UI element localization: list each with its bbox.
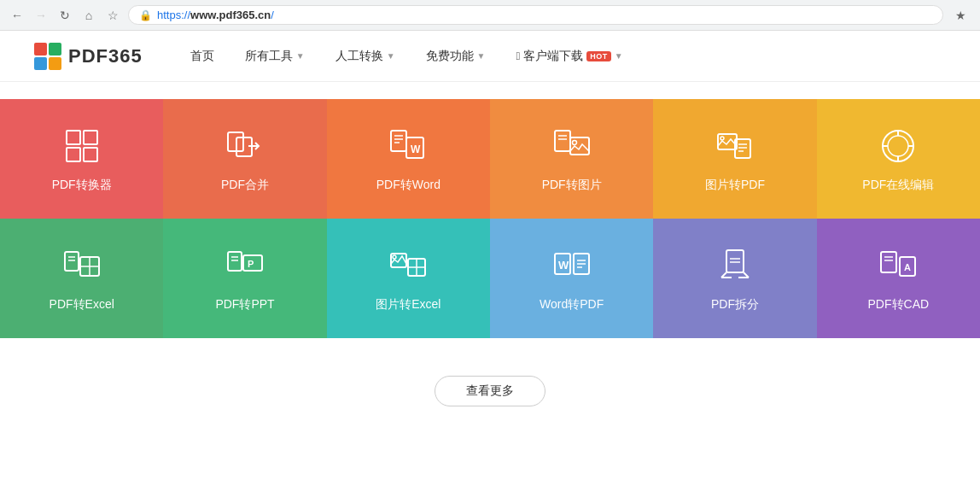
tool-pdf-to-image[interactable]: PDF转图片 (490, 99, 653, 219)
favorites-button[interactable]: ★ (950, 7, 971, 24)
logo[interactable]: PDF365 (34, 43, 143, 70)
svg-rect-59 (881, 252, 896, 272)
chevron-down-icon: ▼ (615, 51, 623, 61)
tool-pdf-to-image-label: PDF转图片 (542, 178, 602, 193)
svg-rect-30 (65, 252, 79, 271)
pdf-to-cad-icon: A (877, 244, 919, 287)
svg-point-19 (720, 137, 724, 140)
download-icon:  (516, 50, 520, 62)
svg-point-17 (572, 141, 576, 145)
image-to-pdf-icon (714, 125, 756, 167)
svg-rect-7 (391, 131, 406, 151)
tool-word-to-pdf[interactable]: W Word转PDF (490, 219, 653, 338)
svg-rect-36 (228, 252, 242, 271)
tool-pdf-to-word-label: PDF转Word (376, 178, 440, 193)
lock-icon: 🔒 (139, 9, 152, 21)
browser-chrome: ← → ↻ ⌂ ☆ 🔒 https://www.pdf365.cn/ ★ (0, 0, 980, 31)
tool-grid-section: PDF转换器 PDF合并 W (0, 82, 980, 355)
svg-point-42 (393, 255, 396, 259)
tool-grid: PDF转换器 PDF合并 W (0, 99, 980, 338)
nav-item-home[interactable]: 首页 (177, 42, 228, 71)
svg-rect-13 (555, 131, 570, 151)
chevron-down-icon: ▼ (477, 51, 486, 61)
address-bar[interactable]: 🔒 https://www.pdf365.cn/ (128, 5, 943, 25)
navbar: PDF365 首页 所有工具 ▼ 人工转换 ▼ 免费功能 ▼  客户端下载 H… (0, 31, 980, 82)
tool-pdf-to-excel[interactable]: PDF转Excel (0, 219, 163, 338)
nav-item-download[interactable]:  客户端下载 HOT ▼ (502, 42, 636, 71)
pdf-editor-icon (877, 125, 919, 167)
pdf-to-excel-icon (61, 244, 103, 287)
tool-pdf-to-word[interactable]: W PDF转Word (327, 99, 490, 219)
tool-pdf-split[interactable]: PDF拆分 (653, 219, 816, 338)
svg-rect-52 (726, 250, 744, 272)
reload-button[interactable]: ↻ (56, 7, 73, 24)
svg-text:A: A (904, 262, 911, 272)
svg-rect-0 (67, 131, 80, 144)
pdf-converter-icon (61, 125, 103, 167)
tool-image-to-excel[interactable]: 图片转Excel (327, 219, 490, 338)
home-button[interactable]: ⌂ (80, 7, 97, 24)
tool-pdf-to-excel-label: PDF转Excel (50, 297, 114, 313)
svg-point-25 (888, 136, 908, 156)
logo-icon (34, 43, 61, 70)
svg-rect-1 (84, 131, 97, 144)
svg-rect-16 (570, 137, 589, 155)
chevron-down-icon: ▼ (296, 51, 305, 61)
nav-item-ai-convert[interactable]: 人工转换 ▼ (322, 42, 409, 71)
view-more-section: 查看更多 (0, 355, 980, 434)
nav-item-all-tools[interactable]: 所有工具 ▼ (231, 42, 318, 71)
pdf-to-ppt-icon: P (224, 244, 266, 287)
logo-text: PDF365 (68, 45, 143, 67)
svg-text:W: W (558, 259, 569, 272)
svg-text:P: P (248, 259, 254, 269)
hot-badge: HOT (586, 51, 611, 61)
svg-text:W: W (411, 143, 421, 155)
pdf-split-icon (714, 244, 756, 287)
image-to-excel-icon (387, 244, 429, 287)
tool-pdf-merge-label: PDF合并 (221, 178, 269, 193)
word-to-pdf-icon: W (551, 244, 593, 287)
tool-pdf-editor-label: PDF在线编辑 (862, 178, 934, 193)
pdf-merge-icon (224, 125, 266, 167)
back-button[interactable]: ← (9, 7, 26, 24)
tool-image-to-pdf[interactable]: 图片转PDF (653, 99, 816, 219)
pdf-to-word-icon: W (387, 125, 429, 167)
nav-menu: 首页 所有工具 ▼ 人工转换 ▼ 免费功能 ▼  客户端下载 HOT ▼ (177, 42, 637, 71)
tool-word-to-pdf-label: Word转PDF (540, 297, 604, 313)
forward-button[interactable]: → (32, 7, 50, 24)
tool-pdf-merge[interactable]: PDF合并 (163, 99, 326, 219)
tool-pdf-converter[interactable]: PDF转换器 (0, 99, 163, 219)
svg-rect-3 (84, 148, 97, 161)
pdf-to-image-icon (551, 125, 593, 167)
tool-pdf-to-cad-label: PDF转CAD (868, 297, 930, 313)
tool-pdf-editor[interactable]: PDF在线编辑 (817, 99, 980, 219)
tool-pdf-to-ppt-label: PDF转PPT (215, 297, 274, 313)
tool-image-to-excel-label: 图片转Excel (376, 297, 440, 313)
url-text: https://www.pdf365.cn/ (157, 9, 274, 21)
tool-pdf-split-label: PDF拆分 (711, 297, 759, 313)
tool-image-to-pdf-label: 图片转PDF (705, 178, 765, 193)
tool-pdf-to-cad[interactable]: A PDF转CAD (817, 219, 980, 338)
nav-item-free-features[interactable]: 免费功能 ▼ (412, 42, 499, 71)
tool-pdf-converter-label: PDF转换器 (52, 178, 112, 193)
chevron-down-icon: ▼ (387, 51, 395, 61)
svg-rect-2 (67, 148, 80, 161)
bookmark-button[interactable]: ☆ (104, 7, 121, 24)
tool-pdf-to-ppt[interactable]: P PDF转PPT (163, 219, 326, 338)
view-more-button[interactable]: 查看更多 (435, 376, 545, 406)
